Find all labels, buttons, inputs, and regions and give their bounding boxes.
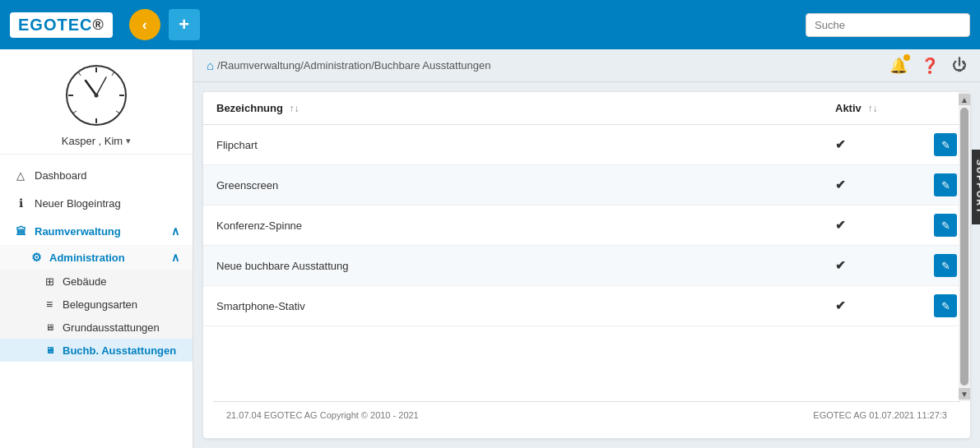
col-aktiv[interactable]: Aktiv ↑↓ [822, 92, 921, 125]
top-nav: EGOTEC® ‹ + [0, 0, 980, 49]
cell-aktiv-2: ✔ [822, 206, 921, 246]
cell-aktiv-1: ✔ [822, 165, 921, 206]
admin-icon: ⚙ [30, 251, 43, 264]
scroll-down[interactable]: ▼ [959, 388, 970, 400]
cell-bezeichnung-1: Greenscreen [203, 165, 822, 206]
sidebar-item-belegungsarten[interactable]: ≡ Belegungsarten [0, 293, 193, 316]
content-area: ⌂ /Raumverwaltung/Administration/Buchbar… [193, 49, 980, 448]
scrollbar[interactable]: ▲ ▼ [959, 92, 970, 401]
check-icon: ✔ [835, 258, 846, 272]
admin-sub-items: ⊞ Gebäude ≡ Belegungsarten 🖥 Grundaussta… [0, 270, 193, 362]
grundausstattungen-icon: 🖥 [43, 321, 56, 334]
power-icon[interactable]: ⏻ [952, 57, 967, 74]
raumverwaltung-expand-icon: ∧ [171, 224, 179, 238]
table-row: Neue buchbare Ausstattung ✔ ✎ [203, 246, 970, 286]
sub-nav-admin: ⚙ Administration ∧ ⊞ Gebäude ≡ Belegungs… [0, 245, 193, 362]
check-icon: ✔ [835, 298, 846, 312]
breadcrumb: ⌂ /Raumverwaltung/Administration/Buchbar… [207, 58, 490, 72]
nav-items: △ Dashboard ℹ Neuer Blogeintrag 🏛 Raumve… [0, 155, 193, 368]
back-button[interactable]: ‹ [129, 9, 160, 40]
cell-bezeichnung-2: Konferenz-Spinne [203, 206, 822, 246]
footer-right: EGOTEC AG 01.07.2021 11:27:3 [813, 410, 947, 420]
svg-point-11 [95, 94, 99, 98]
sidebar-item-administration[interactable]: ⚙ Administration ∧ [0, 245, 193, 270]
data-table: Bezeichnung ↑↓ Aktiv ↑↓ Flip [203, 92, 970, 326]
edit-button-1[interactable]: ✎ [934, 173, 957, 196]
search-input[interactable] [806, 13, 970, 37]
edit-button-2[interactable]: ✎ [934, 214, 957, 237]
sidebar: Kasper , Kim ▾ △ Dashboard ℹ Neuer Bloge… [0, 49, 193, 448]
edit-icon: ✎ [941, 179, 950, 192]
table-row: Greenscreen ✔ ✎ [203, 165, 970, 206]
notification-icon[interactable]: 🔔 [889, 57, 908, 75]
sidebar-item-gebaeude[interactable]: ⊞ Gebäude [0, 270, 193, 293]
belegungsarten-icon: ≡ [43, 298, 56, 311]
edit-icon: ✎ [941, 260, 950, 272]
table-row: Konferenz-Spinne ✔ ✎ [203, 206, 970, 246]
blog-icon: ℹ [13, 196, 28, 210]
home-icon[interactable]: ⌂ [207, 58, 214, 72]
footer-left: 21.07.04 EGOTEC AG Copyright © 2010 - 20… [226, 410, 419, 420]
sidebar-item-buchb-ausstattungen[interactable]: 🖥 Buchb. Ausstattungen [0, 339, 193, 362]
admin-expand-icon: ∧ [171, 251, 179, 264]
sidebar-item-grundausstattungen[interactable]: 🖥 Grundausstattungen [0, 316, 193, 339]
cell-aktiv-0: ✔ [822, 125, 921, 165]
gebaeude-icon: ⊞ [43, 275, 56, 288]
clock-area: Kasper , Kim ▾ [0, 49, 193, 155]
edit-button-3[interactable]: ✎ [934, 254, 957, 277]
logo: EGOTEC® [10, 12, 113, 38]
sidebar-item-neuer-blogeintrag[interactable]: ℹ Neuer Blogeintrag [0, 189, 193, 217]
check-icon: ✔ [835, 137, 846, 151]
dashboard-icon: △ [13, 168, 28, 182]
help-icon[interactable]: ❓ [921, 57, 939, 75]
edit-icon: ✎ [941, 139, 950, 151]
table-wrapper: Bezeichnung ↑↓ Aktiv ↑↓ Flip [203, 92, 970, 401]
col-bezeichnung[interactable]: Bezeichnung ↑↓ [203, 92, 822, 125]
sidebar-item-raumverwaltung[interactable]: 🏛 Raumverwaltung ∧ [0, 217, 193, 245]
breadcrumb-actions: 🔔 ❓ ⏻ [889, 57, 967, 75]
edit-icon: ✎ [941, 300, 950, 312]
buchb-icon: 🖥 [43, 344, 56, 357]
bezeichnung-sort-icon: ↑↓ [290, 103, 300, 114]
user-name[interactable]: Kasper , Kim ▾ [62, 135, 131, 147]
scroll-up[interactable]: ▲ [959, 94, 970, 105]
aktiv-sort-icon: ↑↓ [867, 103, 877, 114]
add-button[interactable]: + [169, 9, 200, 40]
edit-button-4[interactable]: ✎ [934, 294, 957, 317]
table-row: Smartphone-Stativ ✔ ✎ [203, 286, 970, 326]
table-footer: 21.07.04 EGOTEC AG Copyright © 2010 - 20… [213, 401, 960, 428]
check-icon: ✔ [835, 218, 846, 232]
breadcrumb-bar: ⌂ /Raumverwaltung/Administration/Buchbar… [193, 49, 980, 82]
cell-bezeichnung-3: Neue buchbare Ausstattung [203, 246, 822, 286]
cell-bezeichnung-0: Flipchart [203, 125, 822, 165]
edit-button-0[interactable]: ✎ [934, 133, 957, 156]
raumverwaltung-icon: 🏛 [13, 224, 28, 238]
user-chevron-icon: ▾ [126, 136, 131, 146]
support-banner[interactable]: SUPPORT [972, 149, 980, 224]
table-card: Bezeichnung ↑↓ Aktiv ↑↓ Flip [203, 92, 970, 438]
edit-icon: ✎ [941, 219, 950, 232]
cell-bezeichnung-4: Smartphone-Stativ [203, 286, 822, 326]
check-icon: ✔ [835, 178, 846, 192]
clock [63, 62, 129, 128]
sidebar-item-dashboard[interactable]: △ Dashboard [0, 161, 193, 189]
table-row: Flipchart ✔ ✎ [203, 125, 970, 165]
cell-aktiv-3: ✔ [822, 246, 921, 286]
main-layout: Kasper , Kim ▾ △ Dashboard ℹ Neuer Bloge… [0, 49, 980, 448]
cell-aktiv-4: ✔ [822, 286, 921, 326]
scroll-thumb[interactable] [960, 108, 968, 386]
